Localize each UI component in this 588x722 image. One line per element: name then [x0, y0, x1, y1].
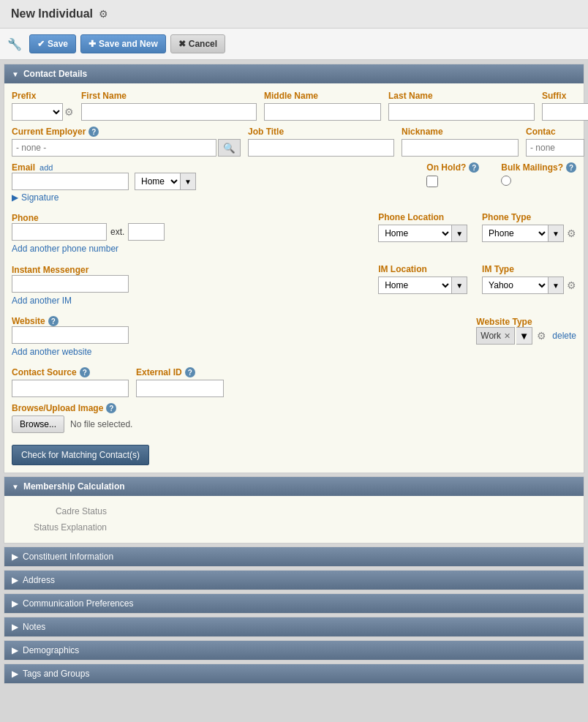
main-content: ▼ Contact Details Prefix ⚙ First Name [0, 60, 588, 691]
last-name-input[interactable] [388, 103, 535, 121]
contact-details-section: ▼ Contact Details Prefix ⚙ First Name [4, 64, 584, 473]
external-id-help-icon[interactable]: ? [185, 367, 195, 377]
email-location-dropdown-btn[interactable]: ▼ [180, 173, 196, 190]
address-header[interactable]: ▶ Address [4, 571, 584, 590]
im-type-select[interactable]: Yahoo MSN AIM GTalk [482, 277, 548, 294]
suffix-input[interactable] [542, 103, 588, 121]
notes-header[interactable]: ▶ Notes [4, 617, 584, 636]
im-type-gear-icon[interactable]: ⚙ [567, 279, 576, 291]
browse-upload-label: Browse/Upload Image [12, 403, 103, 413]
im-input[interactable] [12, 275, 129, 293]
email-column: Email add Home Work Other ▼ [12, 162, 196, 206]
contact-source-help-icon[interactable]: ? [80, 367, 90, 377]
on-hold-group: On Hold? ? [426, 162, 479, 187]
job-title-input[interactable] [248, 139, 394, 157]
on-hold-help-icon[interactable]: ? [469, 162, 479, 173]
ext-input[interactable] [128, 223, 165, 241]
im-column: Instant Messenger Add another IM [12, 264, 129, 310]
tags-and-groups-header[interactable]: ▶ Tags and Groups [4, 664, 584, 683]
contact-source-label-row: Contact Source ? [12, 367, 129, 377]
membership-calculation-section: ▼ Membership Calculation Cadre Status St… [4, 476, 584, 544]
phone-input[interactable] [12, 223, 107, 241]
status-explanation-row: Status Explanation [12, 519, 576, 535]
add-email-link[interactable]: add [39, 163, 53, 172]
communication-preferences-header[interactable]: ▶ Communication Preferences [4, 594, 584, 613]
first-name-input[interactable] [81, 103, 257, 121]
browse-button[interactable]: Browse... [12, 415, 64, 433]
phone-location-group: Phone Location Home Work Other ▼ [378, 212, 467, 242]
email-section-row: Email add Home Work Other ▼ [12, 162, 576, 206]
website-delete-link[interactable]: delete [552, 331, 576, 341]
employer-search-button[interactable]: 🔍 [218, 139, 241, 157]
website-input[interactable] [12, 326, 129, 344]
membership-calculation-header[interactable]: ▼ Membership Calculation [4, 477, 584, 496]
contact-details-body: Prefix ⚙ First Name Middle Name [4, 83, 584, 473]
prefix-select[interactable] [12, 103, 63, 121]
im-location-control: Home Work Other ▼ [378, 277, 467, 294]
phone-location-label: Phone Location [378, 212, 467, 222]
add-im-link[interactable]: Add another IM [12, 296, 72, 306]
im-location-select[interactable]: Home Work Other [378, 277, 451, 294]
upload-row: Browse... No file selected. [12, 415, 576, 433]
name-row: Prefix ⚙ First Name Middle Name [12, 91, 576, 121]
website-type-tag: Work ✕ [476, 327, 515, 345]
external-id-label-row: External ID ? [136, 367, 224, 377]
im-input-row [12, 275, 129, 293]
website-type-value: Work [480, 331, 501, 341]
save-and-new-button[interactable]: ✚ Save and New [80, 34, 166, 53]
save-button[interactable]: ✔ Save [29, 34, 76, 53]
page-settings-icon[interactable]: ⚙ [99, 8, 108, 20]
website-type-remove-icon[interactable]: ✕ [504, 331, 510, 341]
im-location-dropdown-btn[interactable]: ▼ [451, 277, 467, 294]
wrench-icon: 🔧 [7, 37, 22, 51]
im-location-group: IM Location Home Work Other ▼ [378, 264, 467, 294]
email-location-select[interactable]: Home Work Other [135, 173, 180, 190]
nickname-input[interactable] [402, 139, 519, 157]
phone-type-gear-icon[interactable]: ⚙ [567, 227, 576, 239]
cancel-button[interactable]: ✖ Cancel [170, 34, 225, 53]
toggle-icon: ▶ [12, 598, 18, 609]
check-matching-button[interactable]: Check for Matching Contact(s) [12, 445, 149, 465]
im-type-dropdown-btn[interactable]: ▼ [548, 277, 564, 294]
phone-location-dropdown-btn[interactable]: ▼ [451, 225, 467, 242]
website-type-dropdown-btn[interactable]: ▼ [516, 327, 532, 345]
contact-details-header[interactable]: ▼ Contact Details [4, 64, 584, 83]
contact-source-input[interactable] [12, 380, 129, 397]
save-new-plus-icon: ✚ [88, 39, 96, 49]
external-id-label: External ID [136, 367, 182, 377]
on-hold-checkbox[interactable] [426, 176, 438, 187]
middle-name-label: Middle Name [264, 91, 381, 101]
browse-upload-help-icon[interactable]: ? [106, 403, 116, 413]
prefix-gear-icon[interactable]: ⚙ [64, 106, 74, 118]
contact-input[interactable] [526, 139, 584, 157]
employer-input[interactable] [12, 139, 216, 157]
im-type-group: IM Type Yahoo MSN AIM GTalk ▼ ⚙ [482, 264, 576, 294]
bulk-mailings-group: Bulk Mailings? ? [501, 162, 576, 186]
bulk-mailings-radio[interactable] [501, 176, 511, 186]
website-type-gear-icon[interactable]: ⚙ [537, 330, 546, 342]
bulk-mailings-label: Bulk Mailings? [501, 162, 563, 173]
bulk-mailings-help-icon[interactable]: ? [566, 162, 576, 173]
communication-preferences-section: ▶ Communication Preferences [4, 593, 584, 614]
external-id-input[interactable] [136, 380, 224, 397]
cancel-x-icon: ✖ [178, 39, 186, 49]
constituent-information-header[interactable]: ▶ Constituent Information [4, 547, 584, 566]
phone-input-row: ext. [12, 223, 165, 241]
demographics-header[interactable]: ▶ Demographics [4, 641, 584, 660]
toggle-icon: ▶ [12, 575, 18, 585]
website-section-row: Website ? Add another website Website Ty… [12, 316, 576, 361]
phone-type-select[interactable]: Phone Mobile Fax [482, 225, 548, 242]
signature-toggle[interactable]: ▶ Signature [12, 192, 196, 203]
website-help-icon[interactable]: ? [48, 316, 59, 326]
middle-name-input[interactable] [264, 103, 381, 121]
phone-type-group: Phone Type Phone Mobile Fax ▼ ⚙ [482, 212, 576, 242]
employer-help-icon[interactable]: ? [88, 127, 99, 137]
no-file-text: No file selected. [70, 419, 132, 429]
phone-location-select[interactable]: Home Work Other [378, 225, 451, 242]
phone-type-dropdown-btn[interactable]: ▼ [548, 225, 564, 242]
email-input[interactable] [12, 173, 129, 190]
ext-label: ext. [110, 227, 124, 237]
add-phone-link[interactable]: Add another phone number [12, 244, 118, 254]
add-website-link[interactable]: Add another website [12, 347, 91, 357]
website-label-row: Website ? [12, 316, 129, 326]
